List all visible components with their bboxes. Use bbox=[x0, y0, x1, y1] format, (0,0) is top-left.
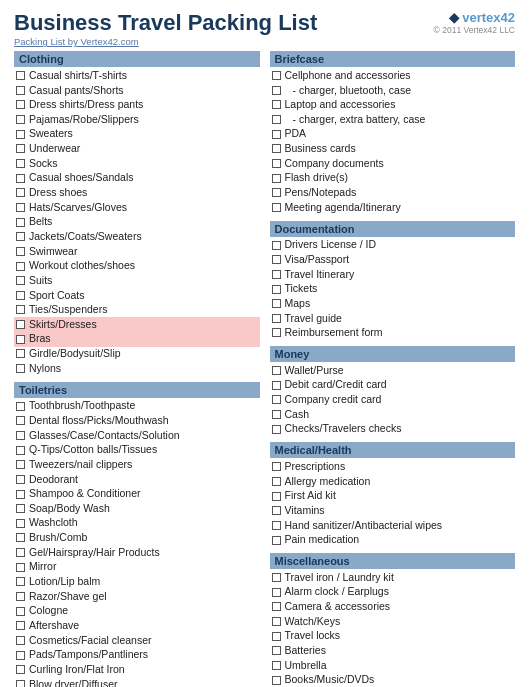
checkbox[interactable] bbox=[272, 588, 281, 597]
checkbox[interactable] bbox=[16, 577, 25, 586]
checkbox[interactable] bbox=[272, 395, 281, 404]
checkbox[interactable] bbox=[272, 462, 281, 471]
checkbox[interactable] bbox=[272, 632, 281, 641]
checkbox[interactable] bbox=[16, 592, 25, 601]
checkbox[interactable] bbox=[272, 144, 281, 153]
checkbox[interactable] bbox=[272, 521, 281, 530]
item-label: Prescriptions bbox=[285, 460, 346, 474]
checkbox[interactable] bbox=[16, 86, 25, 95]
checkbox[interactable] bbox=[272, 159, 281, 168]
checkbox[interactable] bbox=[272, 381, 281, 390]
checkbox[interactable] bbox=[16, 247, 25, 256]
subtitle-link[interactable]: Packing List by Vertex42.com bbox=[14, 36, 317, 47]
copyright: © 2011 Vertex42 LLC bbox=[434, 25, 515, 35]
checkbox[interactable] bbox=[16, 636, 25, 645]
list-item: Hats/Scarves/Gloves bbox=[14, 200, 260, 215]
item-label: Pajamas/Robe/Slippers bbox=[29, 113, 139, 127]
checkbox[interactable] bbox=[16, 680, 25, 687]
checkbox[interactable] bbox=[16, 460, 25, 469]
checkbox[interactable] bbox=[16, 651, 25, 660]
checkbox[interactable] bbox=[272, 188, 281, 197]
checkbox[interactable] bbox=[16, 188, 25, 197]
checkbox[interactable] bbox=[16, 621, 25, 630]
checkbox[interactable] bbox=[272, 255, 281, 264]
checkbox[interactable] bbox=[16, 402, 25, 411]
checkbox[interactable] bbox=[272, 241, 281, 250]
checkbox[interactable] bbox=[16, 519, 25, 528]
checkbox[interactable] bbox=[272, 506, 281, 515]
checkbox[interactable] bbox=[16, 563, 25, 572]
checkbox[interactable] bbox=[272, 100, 281, 109]
checkbox[interactable] bbox=[16, 504, 25, 513]
list-item: Business cards bbox=[270, 142, 516, 157]
checkbox[interactable] bbox=[16, 364, 25, 373]
checkbox[interactable] bbox=[16, 115, 25, 124]
item-label: Flash drive(s) bbox=[285, 171, 349, 185]
checkbox[interactable] bbox=[272, 115, 281, 124]
section-header-clothing: Clothing bbox=[14, 51, 260, 67]
checkbox[interactable] bbox=[272, 174, 281, 183]
checkbox[interactable] bbox=[272, 477, 281, 486]
item-label: Alarm clock / Earplugs bbox=[285, 585, 389, 599]
checkbox[interactable] bbox=[16, 130, 25, 139]
checkbox[interactable] bbox=[272, 314, 281, 323]
checkbox[interactable] bbox=[16, 232, 25, 241]
checkbox[interactable] bbox=[16, 100, 25, 109]
checkbox[interactable] bbox=[272, 130, 281, 139]
list-item: Tickets bbox=[270, 282, 516, 297]
checkbox[interactable] bbox=[272, 676, 281, 685]
list-item: - charger, bluetooth, case bbox=[270, 83, 516, 98]
checkbox[interactable] bbox=[16, 144, 25, 153]
checkbox[interactable] bbox=[272, 328, 281, 337]
checkbox[interactable] bbox=[16, 665, 25, 674]
checkbox[interactable] bbox=[272, 203, 281, 212]
checkbox[interactable] bbox=[16, 475, 25, 484]
checkbox[interactable] bbox=[16, 276, 25, 285]
checkbox[interactable] bbox=[272, 617, 281, 626]
checkbox[interactable] bbox=[272, 285, 281, 294]
checkbox[interactable] bbox=[16, 607, 25, 616]
checkbox[interactable] bbox=[16, 533, 25, 542]
checkbox[interactable] bbox=[272, 366, 281, 375]
section-documentation: DocumentationDrivers License / IDVisa/Pa… bbox=[270, 221, 516, 340]
list-item: Travel locks bbox=[270, 629, 516, 644]
checkbox[interactable] bbox=[16, 305, 25, 314]
checkbox[interactable] bbox=[16, 431, 25, 440]
checkbox[interactable] bbox=[272, 602, 281, 611]
list-item: Skirts/Dresses bbox=[14, 317, 260, 332]
checkbox[interactable] bbox=[16, 174, 25, 183]
checkbox[interactable] bbox=[16, 203, 25, 212]
checkbox[interactable] bbox=[272, 86, 281, 95]
checkbox[interactable] bbox=[272, 536, 281, 545]
checkbox[interactable] bbox=[272, 573, 281, 582]
list-item: Lotion/Lip balm bbox=[14, 575, 260, 590]
checkbox[interactable] bbox=[272, 646, 281, 655]
list-item: Curling Iron/Flat Iron bbox=[14, 662, 260, 677]
list-item: Checks/Travelers checks bbox=[270, 422, 516, 437]
checkbox[interactable] bbox=[16, 446, 25, 455]
item-label: Suits bbox=[29, 274, 52, 288]
item-label: Razor/Shave gel bbox=[29, 590, 107, 604]
checkbox[interactable] bbox=[272, 299, 281, 308]
checkbox[interactable] bbox=[272, 410, 281, 419]
checkbox[interactable] bbox=[16, 416, 25, 425]
checkbox[interactable] bbox=[272, 270, 281, 279]
checkbox[interactable] bbox=[272, 661, 281, 670]
item-label: Cash bbox=[285, 408, 310, 422]
list-item: Toothbrush/Toothpaste bbox=[14, 399, 260, 414]
checkbox[interactable] bbox=[16, 335, 25, 344]
checkbox[interactable] bbox=[16, 71, 25, 80]
checkbox[interactable] bbox=[16, 159, 25, 168]
checkbox[interactable] bbox=[16, 548, 25, 557]
checkbox[interactable] bbox=[272, 425, 281, 434]
checkbox[interactable] bbox=[16, 490, 25, 499]
checkbox[interactable] bbox=[16, 262, 25, 271]
list-item: Glasses/Case/Contacts/Solution bbox=[14, 428, 260, 443]
checkbox[interactable] bbox=[272, 492, 281, 501]
checkbox[interactable] bbox=[16, 320, 25, 329]
checkbox[interactable] bbox=[16, 349, 25, 358]
item-label: Books/Music/DVDs bbox=[285, 673, 375, 687]
checkbox[interactable] bbox=[16, 218, 25, 227]
checkbox[interactable] bbox=[16, 291, 25, 300]
checkbox[interactable] bbox=[272, 71, 281, 80]
